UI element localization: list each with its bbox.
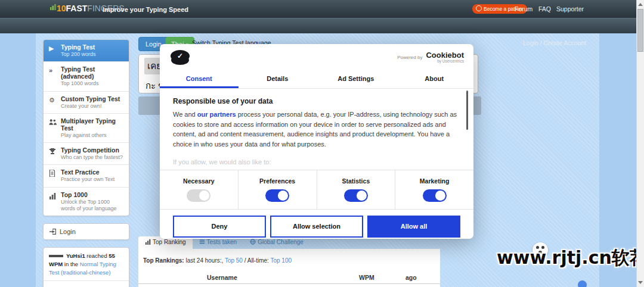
modal-scrollbar[interactable] (466, 91, 468, 130)
column-header-wpm: WPM (359, 274, 374, 281)
consent-heading: Responsible use of your data (173, 97, 459, 105)
our-partners-link[interactable]: our partners (197, 111, 236, 118)
toggle-preferences: Preferences (238, 170, 317, 209)
sidebar-item-top-1000[interactable]: Top 1000 Unlock the Top 1000 words of yo… (44, 188, 129, 216)
users-icon (49, 118, 57, 126)
column-header-ago: ago (405, 274, 417, 281)
floating-blue-dot (578, 280, 587, 287)
consent-faded-line: If you allow, we would also like to: (173, 157, 459, 167)
page: 10FASTFINGERS Improve your Typing Speed … (0, 0, 644, 287)
powered-by: Powered by Cookiebot by Usercentrics (397, 52, 464, 63)
toggle-statistics: Statistics (317, 170, 395, 209)
tab-ad-settings[interactable]: Ad Settings (317, 70, 395, 88)
bar-chart-icon (145, 239, 151, 245)
top-50-link[interactable]: Top 50 (225, 257, 243, 264)
sidebar-login-button[interactable]: Login (43, 223, 129, 240)
globe-icon (250, 239, 256, 245)
tab-details[interactable]: Details (239, 70, 317, 88)
logo-text-bold: FAST (66, 4, 88, 13)
login-arrow-icon (49, 228, 57, 235)
toggle-marketing: Marketing (395, 170, 473, 209)
nav-link-forum[interactable]: Forum (515, 5, 532, 13)
logo-number: 10 (57, 4, 66, 13)
gears-icon: ⚙ (49, 96, 57, 104)
nav-link-faq[interactable]: FAQ (538, 5, 551, 13)
recent-achievements: YuHsi1 reached 55 WPM in the Normal Typi… (43, 247, 129, 287)
nav-link-supporter[interactable]: Supporter (556, 5, 584, 13)
achievement-item: YuHsi1 reached 55 WPM in the Normal Typi… (44, 248, 129, 281)
sidebar-item-text-practice[interactable]: Text Practice Practice your own Text (44, 165, 129, 187)
logo-bars-icon (50, 4, 56, 10)
fast-forward-icon: » (49, 67, 57, 74)
deny-button[interactable]: Deny (173, 216, 266, 238)
tab-about[interactable]: About (395, 70, 474, 88)
toggle-necessary: Necessary (160, 170, 238, 209)
secondary-navbar: Language: Thai ▾ Login / Create Account (0, 18, 636, 33)
necessary-toggle[interactable] (187, 189, 210, 202)
allow-selection-button[interactable]: Allow selection (270, 216, 363, 238)
watermark-text: www.rjtj.cn软荐网 (497, 246, 644, 270)
consent-body: Responsible use of your data We and our … (160, 89, 473, 170)
top-navbar: 10FASTFINGERS Improve your Typing Speed … (0, 0, 636, 18)
consent-buttons: Deny Allow selection Allow all (173, 216, 460, 238)
scrollbar-thumb[interactable] (637, 9, 643, 52)
sidebar-item-multiplayer-typing-test[interactable]: Multiplayer Typing Test Play against oth… (44, 114, 129, 143)
cookiebot-logo-icon: ✓ (171, 50, 191, 66)
trophy-icon (49, 148, 57, 155)
preferences-toggle[interactable] (265, 189, 289, 202)
cookiebot-brand: Cookiebot (426, 52, 464, 59)
statistics-toggle[interactable] (344, 189, 368, 202)
country-flag-icon (49, 255, 63, 257)
allow-all-button[interactable]: Allow all (367, 216, 460, 238)
sidebar: ▶ Typing Test Top 200 words » Typing Tes… (43, 39, 129, 287)
achievement-user: YuHsi1 (66, 252, 85, 259)
sidebar-item-typing-competition[interactable]: Typing Competition Who can type the fast… (44, 143, 129, 165)
tab-consent[interactable]: Consent (160, 70, 239, 88)
list-icon (199, 239, 205, 245)
column-header-username: Username (207, 274, 237, 281)
document-icon (49, 170, 57, 177)
play-icon: ▶ (49, 45, 57, 52)
cookie-consent-dialog: ✓ Powered by Cookiebot by Usercentrics C… (160, 44, 473, 239)
sidebar-item-typing-test[interactable]: ▶ Typing Test Top 200 words (44, 40, 129, 62)
sidebar-menu: ▶ Typing Test Top 200 words » Typing Tes… (43, 39, 129, 216)
bar-chart-icon (49, 192, 57, 200)
marketing-toggle[interactable] (423, 189, 447, 202)
sidebar-item-custom-typing-test[interactable]: ⚙ Custom Typing Test Create your own! (44, 92, 129, 114)
patreon-icon (476, 5, 482, 11)
rankings-summary: Top Rankings: last 24 hours:, Top 50 / A… (143, 257, 292, 264)
consent-toggle-row: Necessary Preferences Statistics Marketi… (160, 170, 473, 210)
sidebar-item-typing-test-advanced[interactable]: » Typing Test (advanced) Top 1000 words (44, 62, 129, 91)
site-tagline: Improve your Typing Speed (103, 6, 188, 13)
scroll-up-arrow[interactable] (638, 3, 643, 6)
consent-paragraph: We and our partners process your persona… (173, 110, 459, 149)
login-create-account-link[interactable]: Login / Create Account (523, 39, 586, 46)
top-100-link[interactable]: Top 100 (270, 257, 292, 264)
achievement-item: LLy1 reached 27 WPM in the Normal Typing… (44, 281, 129, 287)
page-scrollbar[interactable] (636, 0, 644, 287)
scroll-down-arrow[interactable] (638, 281, 643, 284)
table-header-divider (138, 283, 440, 284)
ranking-panel: Top Rankings: last 24 hours:, Top 50 / A… (138, 249, 440, 287)
consent-tabs: Consent Details Ad Settings About (160, 70, 473, 89)
